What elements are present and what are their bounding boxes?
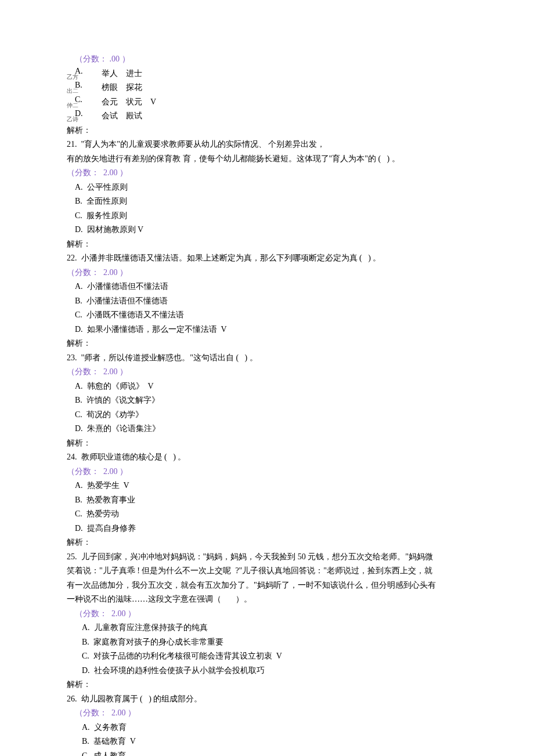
q22-option-a: A. 小潘懂德语但不懂法语 [67,280,476,294]
q25-score: （分数： 2.00 ） [67,607,476,621]
q-pre-option-c: C. 仲二 会元 状元 V [67,95,476,110]
q23-stem: 23. "师者，所以传道授业解惑也。"这句话出自 ( ) 。 [67,351,476,366]
q22-option-c: C. 小潘既不懂德语又不懂法语 [67,308,476,323]
q23-option-a: A. 韩愈的《师说》 V [67,379,476,394]
q-pre-opt-b-w2: 探花 [126,81,150,95]
q24-score: （分数： 2.00 ） [67,465,476,479]
q25-option-c: C. 对孩子品德的功利化考核很可能会违背其设立初衷 V [67,649,476,664]
q21-jiexi: 解析： [67,237,476,252]
q25-option-b: B. 家庭教育对孩子的身心成长非常重要 [67,635,476,650]
q23-option-c: C. 荀况的《劝学》 [67,408,476,422]
q21-score: （分数： 2.00 ） [67,166,476,180]
q22-option-b: B. 小潘懂法语但不懂德语 [67,294,476,309]
q-pre-opt-a-w2: 进士 [126,67,150,81]
q-pre-opt-c-sub: 仲二 [67,104,102,107]
q21-stem-2: 有的放矢地进行有差别的保育教 育，使每个幼儿都能扬长避短。这体现了"育人为本"的… [67,152,476,167]
q24-option-a: A. 热爱学生 V [67,479,476,493]
q-pre-opt-a-sub: 乙方 [67,75,102,78]
q25-option-d: D. 社会环境的趋利性会使孩子从小就学会投机取巧 [67,664,476,678]
q-pre-opt-d-sub: 乙诗 [67,118,102,121]
q26-option-a: A. 义务教育 [67,721,476,735]
q-pre-jiexi: 解析： [67,124,476,138]
q-pre-option-b: B. 出二 榜眼 探花 [67,81,476,95]
q25-option-a: A. 儿童教育应注意保持孩子的纯真 [67,621,476,635]
q21-stem-1: 21. "育人为本"的儿童观要求教师要从幼儿的实际情况、 个别差异出发， [67,138,476,152]
q26-score: （分数： 2.00 ） [67,706,476,721]
q-pre-score: （分数： .00 ） [67,52,476,67]
q-pre-opt-d-w1: 会试 [102,109,126,124]
q-pre-option-d: D. 乙诗 会试 殿试 [67,109,476,124]
q-pre-opt-a-w1: 举人 [102,67,126,81]
q25-stem-3: 有一次品德加分，我分五次交，就会有五次加分了。"妈妈听了，一时不知该说什么，但分… [67,578,476,593]
q25-stem-4: 一种说不出的滋味……这段文字意在强调（ ）。 [67,592,476,607]
q-pre-option-a: A. 乙方 举人 进士 [67,67,476,81]
q24-option-b: B. 热爱教育事业 [67,493,476,508]
q21-option-d: D. 因材施教原则 V [67,223,476,237]
q24-option-d: D. 提高自身修养 [67,522,476,536]
q22-score: （分数： 2.00 ） [67,266,476,280]
q24-jiexi: 解析： [67,536,476,550]
q21-option-b: B. 全面性原则 [67,194,476,209]
q-pre-opt-b-w1: 榜眼 [102,81,126,95]
q25-stem-2: 笑着说："儿子真乖 ! 但是为什么不一次上交呢 ?"儿子很认真地回答说："老师说… [67,564,476,578]
q26-option-c: C. 成人教育 [67,749,476,757]
q24-option-c: C. 热爱劳动 [67,507,476,522]
q21-option-c: C. 服务性原则 [67,209,476,223]
q-pre-opt-c-w2: 状元 [126,95,150,110]
q-pre-opt-c-mark: V [150,95,156,110]
q-pre-opt-c-w1: 会元 [102,95,126,110]
q22-option-d: D. 如果小潘懂德语，那么一定不懂法语 V [67,323,476,337]
q26-option-b: B. 基础教育 V [67,735,476,749]
q-pre-opt-d-w2: 殿试 [126,109,150,124]
q23-option-d: D. 朱熹的《论语集注》 [67,422,476,436]
q21-option-a: A. 公平性原则 [67,180,476,195]
q25-stem-1: 25. 儿子回到家，兴冲冲地对妈妈说："妈妈，妈妈，今天我捡到 50 元钱，想分… [67,550,476,565]
q23-jiexi: 解析： [67,436,476,451]
q23-option-b: B. 许慎的《说文解字》 [67,393,476,408]
q24-stem: 24. 教师职业道德的核心是 ( ) 。 [67,450,476,465]
q22-stem: 22. 小潘并非既懂德语又懂法语。如果上述断定为真，那么下列哪项断定必定为真 (… [67,251,476,266]
q-pre-opt-b-sub: 出二 [67,89,102,92]
q26-stem: 26. 幼儿园教育属于 ( ) 的组成部分。 [67,692,476,707]
q23-score: （分数： 2.00 ） [67,365,476,379]
q25-jiexi: 解析： [67,678,476,692]
q22-jiexi: 解析： [67,337,476,351]
